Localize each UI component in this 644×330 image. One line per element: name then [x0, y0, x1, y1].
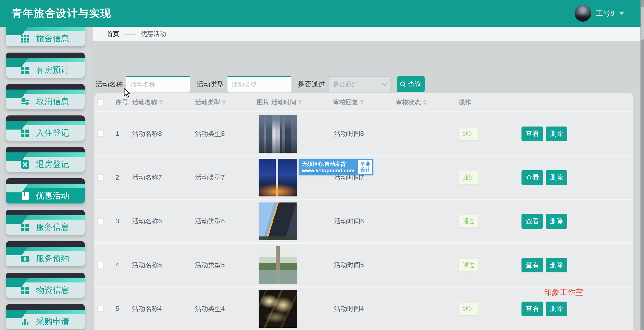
row-delete-button[interactable]: 删除	[546, 170, 567, 185]
table-row: 2活动名称7活动类型7活动时间7通过查看删除无须担心.自动发货www.51top…	[94, 155, 633, 199]
sidebar: 旅舍信息客房预订取消信息入住登记退房登记优惠活动服务信息服务预约物资信息采购申请	[0, 27, 91, 330]
column-header-index: 序号	[115, 98, 128, 106]
view-button[interactable]: 查看	[521, 258, 543, 272]
activity-name-input[interactable]	[126, 76, 190, 92]
ad-overlay: 无须担心.自动发货www.51topmind.com毕业设计	[299, 159, 373, 175]
status-badge: 通过	[459, 215, 479, 228]
card-top-bar	[6, 115, 85, 121]
breadcrumb: 首页 —— 优惠活动	[93, 27, 640, 41]
sidebar-item-3[interactable]: 取消信息	[6, 84, 85, 109]
sort-icon[interactable]	[222, 99, 226, 105]
sidebar-item-label: 退房登记	[36, 159, 69, 170]
card-accent-band	[6, 310, 85, 314]
view-button[interactable]: 查看	[521, 127, 543, 141]
activity-type: 活动类型8	[195, 129, 225, 138]
sidebar-item-6[interactable]: 优惠活动	[6, 178, 85, 203]
sort-icon[interactable]	[423, 99, 426, 105]
pass-status-select[interactable]: 是否通过	[328, 76, 391, 92]
activity-image[interactable]	[259, 159, 297, 196]
table-row: 1活动名称8活动类型8活动时间8通过查看删除	[94, 111, 633, 155]
activity-type: 活动类型6	[195, 217, 225, 226]
table-header-row: 序号活动名称活动类型图片活动时间审核回复审核状态操作	[94, 93, 633, 111]
ad-badge: 毕业设计	[357, 159, 373, 175]
filter-bar: 活动名称 活动类型 是否通过 是否通过 查询	[96, 76, 425, 93]
bar-chart-icon	[20, 317, 30, 326]
activity-time: 活动时间8	[334, 129, 364, 138]
row-delete-button[interactable]: 删除	[546, 127, 567, 141]
row-checkbox[interactable]	[97, 131, 104, 137]
activity-image[interactable]	[259, 290, 297, 328]
card-accent-band	[6, 58, 85, 62]
activity-name: 活动名称5	[132, 261, 162, 269]
column-header-image: 图片	[257, 98, 269, 106]
row-index: 2	[115, 174, 119, 181]
select-all-checkbox[interactable]	[97, 99, 104, 105]
sidebar-item-label: 取消信息	[36, 96, 69, 107]
row-checkbox[interactable]	[97, 262, 104, 268]
search-button[interactable]: 查询	[397, 76, 425, 92]
activity-name: 活动名称7	[132, 173, 162, 182]
view-button[interactable]: 查看	[521, 214, 543, 229]
card-top-bar	[6, 273, 85, 278]
view-button[interactable]: 查看	[521, 302, 543, 316]
row-checkbox[interactable]	[97, 218, 104, 224]
main-content: 首页 —— 优惠活动 活动名称 活动类型 是否通过 是否通过 查询	[93, 27, 640, 330]
scrollbar-thumb[interactable]	[641, 7, 644, 40]
sidebar-item-label: 物资信息	[36, 284, 69, 296]
breadcrumb-current: 优惠活动	[141, 30, 166, 38]
ad-text: 无须担心.自动发货www.51topmind.com	[299, 159, 357, 175]
row-delete-button[interactable]: 删除	[546, 214, 567, 229]
row-checkbox[interactable]	[97, 174, 104, 181]
sidebar-item-7[interactable]: 服务信息	[6, 210, 85, 235]
table-row: 4活动名称5活动类型5活动时间5通过查看删除	[94, 242, 633, 286]
sliders-icon	[20, 97, 30, 106]
sidebar-item-2[interactable]: 客房预订	[6, 53, 85, 78]
row-index: 5	[115, 305, 119, 313]
sidebar-item-8[interactable]: 服务预约	[6, 241, 85, 266]
sidebar-item-4[interactable]: 入住登记	[6, 115, 85, 141]
user-avatar[interactable]	[575, 5, 591, 22]
ticket-icon	[20, 254, 30, 264]
activity-type-input[interactable]	[227, 76, 291, 92]
chevron-down-icon	[382, 81, 387, 86]
card-accent-band	[6, 247, 85, 251]
user-menu[interactable]: 工号8	[575, 0, 624, 27]
window-scrollbar[interactable]	[640, 0, 644, 330]
clipboard-x-icon	[20, 160, 30, 169]
row-index: 3	[115, 217, 119, 225]
activity-time: 活动时间5	[334, 261, 364, 269]
row-checkbox[interactable]	[97, 306, 104, 312]
grid4-icon	[20, 65, 30, 75]
view-button[interactable]: 查看	[521, 170, 543, 185]
column-header-time: 活动时间	[271, 98, 296, 106]
app-window: 青年旅舍设计与实现 工号8 旅舍信息客房预订取消信息入住登记退房登记优惠活动服务…	[0, 0, 644, 330]
card-top-bar	[6, 178, 85, 184]
activity-image[interactable]	[259, 202, 297, 240]
breadcrumb-separator: ——	[124, 30, 136, 37]
sort-icon[interactable]	[159, 99, 163, 105]
sidebar-item-1[interactable]: 旅舍信息	[6, 27, 85, 46]
activity-name: 活动名称8	[132, 129, 162, 138]
row-delete-button[interactable]: 删除	[546, 258, 567, 272]
sidebar-item-9[interactable]: 物资信息	[6, 273, 85, 298]
activity-image[interactable]	[259, 115, 297, 153]
breadcrumb-home[interactable]: 首页	[107, 30, 119, 38]
sidebar-item-10[interactable]: 采购申请	[6, 304, 85, 329]
search-icon	[400, 81, 406, 87]
status-badge: 通过	[459, 258, 479, 272]
row-delete-button[interactable]: 删除	[546, 302, 567, 316]
card-top-bar	[6, 147, 85, 152]
sidebar-item-label: 旅舍信息	[36, 33, 69, 44]
activity-image[interactable]	[259, 246, 297, 284]
sidebar-item-5[interactable]: 退房登记	[6, 147, 85, 172]
sort-icon[interactable]	[360, 99, 364, 105]
column-header-name: 活动名称	[132, 98, 157, 106]
grid9-icon	[20, 34, 30, 44]
sort-icon[interactable]	[298, 99, 302, 105]
sidebar-item-label: 入住登记	[36, 127, 69, 139]
column-header-ops: 操作	[459, 98, 471, 106]
app-header: 青年旅舍设计与实现 工号8	[0, 0, 644, 27]
app-title: 青年旅舍设计与实现	[12, 6, 111, 20]
filter-label-type: 活动类型	[197, 80, 224, 89]
card-top-bar	[6, 210, 85, 215]
